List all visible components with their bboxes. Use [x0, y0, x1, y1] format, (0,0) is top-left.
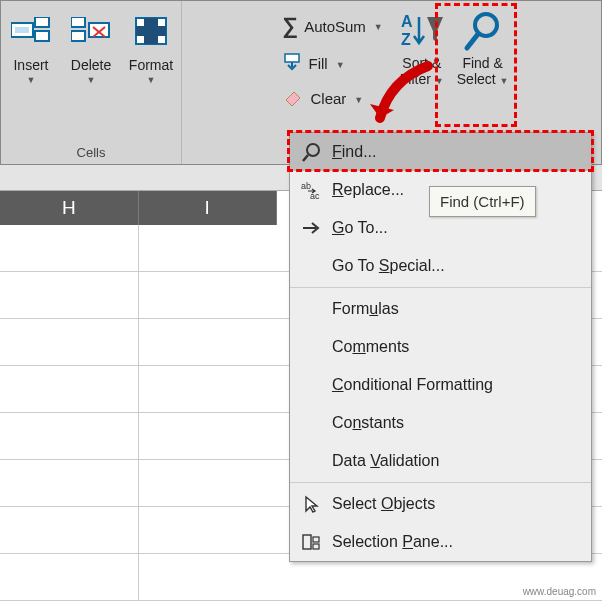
find-select-button[interactable]: Find & Select ▼: [453, 5, 513, 89]
svg-text:ac: ac: [310, 191, 320, 200]
magnifier-icon: [290, 141, 332, 163]
svg-rect-21: [303, 535, 311, 549]
fill-down-icon: [282, 53, 302, 74]
watermark: www.deuag.com: [523, 586, 596, 597]
autosum-button[interactable]: ∑ AutoSum ▼: [276, 9, 388, 43]
menu-item-comments[interactable]: Comments: [290, 328, 591, 366]
svg-rect-4: [71, 17, 85, 27]
menu-label: Constants: [332, 414, 404, 432]
clear-button[interactable]: Clear ▼: [276, 84, 388, 113]
cells-buttons: Insert ▼ Delete ▼: [1, 5, 181, 87]
insert-icon: [11, 11, 51, 51]
magnifier-icon: [461, 9, 505, 53]
editing-small-buttons: ∑ AutoSum ▼ Fill ▼ Clear ▼: [276, 5, 388, 113]
menu-label: Data Validation: [332, 452, 439, 470]
fill-label: Fill: [308, 55, 327, 72]
menu-item-formulas[interactable]: Formulas: [290, 290, 591, 328]
menu-label: Conditional Formatting: [332, 376, 493, 394]
menu-label: Comments: [332, 338, 409, 356]
ribbon-group-cells: Insert ▼ Delete ▼: [1, 1, 182, 164]
svg-text:A: A: [401, 13, 413, 30]
svg-rect-11: [136, 26, 166, 36]
menu-separator: [290, 287, 591, 288]
column-header-i[interactable]: I: [139, 191, 278, 225]
delete-icon: [71, 11, 111, 51]
autosum-label: AutoSum: [304, 18, 366, 35]
tooltip-find: Find (Ctrl+F): [429, 186, 536, 217]
menu-item-selectobjects[interactable]: Select Objects: [290, 485, 591, 523]
svg-point-17: [307, 144, 319, 156]
menu-label: Go To Special...: [332, 257, 445, 275]
svg-rect-2: [35, 17, 49, 27]
column-header-h[interactable]: H: [0, 191, 139, 225]
insert-label: Insert: [13, 57, 48, 73]
svg-rect-5: [71, 31, 85, 41]
sort-filter-icon: A Z: [399, 9, 445, 53]
chevron-down-icon: ▼: [87, 75, 96, 85]
eraser-icon: [282, 88, 304, 109]
replace-icon: abac: [290, 180, 332, 200]
goto-arrow-icon: [290, 219, 332, 237]
menu-item-conditional[interactable]: Conditional Formatting: [290, 366, 591, 404]
chevron-down-icon: ▼: [27, 75, 36, 85]
chevron-down-icon: ▼: [147, 75, 156, 85]
menu-item-datavalidation[interactable]: Data Validation: [290, 442, 591, 480]
format-button[interactable]: Format ▼: [121, 5, 181, 87]
menu-item-gotospecial[interactable]: Go To Special...: [290, 247, 591, 285]
format-icon: [134, 11, 168, 51]
svg-rect-3: [35, 31, 49, 41]
chevron-down-icon: ▼: [354, 95, 363, 105]
svg-text:ab: ab: [301, 181, 311, 191]
svg-rect-6: [89, 23, 109, 37]
svg-rect-23: [313, 544, 319, 549]
menu-item-find[interactable]: Find...: [290, 133, 591, 171]
format-label: Format: [129, 57, 173, 73]
cursor-icon: [290, 494, 332, 514]
svg-rect-22: [313, 537, 319, 542]
menu-item-selectionpane[interactable]: Selection Pane...: [290, 523, 591, 561]
cells-group-label: Cells: [3, 143, 179, 164]
svg-line-18: [303, 155, 308, 161]
menu-item-constants[interactable]: Constants: [290, 404, 591, 442]
selection-pane-icon: [290, 532, 332, 552]
svg-rect-1: [15, 27, 29, 33]
menu-label: Find...: [332, 143, 376, 161]
delete-label: Delete: [71, 57, 111, 73]
menu-label: Select Objects: [332, 495, 435, 513]
fill-button[interactable]: Fill ▼: [276, 49, 388, 78]
menu-label: Selection Pane...: [332, 533, 453, 551]
delete-button[interactable]: Delete ▼: [61, 5, 121, 87]
clear-label: Clear: [310, 90, 346, 107]
sigma-icon: ∑: [282, 13, 298, 39]
menu-label: Formulas: [332, 300, 399, 318]
menu-separator: [290, 482, 591, 483]
menu-label: Replace...: [332, 181, 404, 199]
svg-text:Z: Z: [401, 31, 411, 48]
insert-button[interactable]: Insert ▼: [1, 5, 61, 87]
sort-filter-button[interactable]: A Z Sort & Filter ▼: [395, 5, 449, 89]
sort-filter-label: Sort & Filter ▼: [400, 55, 444, 87]
menu-label: Go To...: [332, 219, 388, 237]
chevron-down-icon: ▼: [336, 60, 345, 70]
svg-rect-12: [285, 54, 299, 62]
find-select-label: Find & Select ▼: [457, 55, 509, 87]
svg-line-16: [467, 34, 478, 48]
chevron-down-icon: ▼: [374, 22, 383, 32]
